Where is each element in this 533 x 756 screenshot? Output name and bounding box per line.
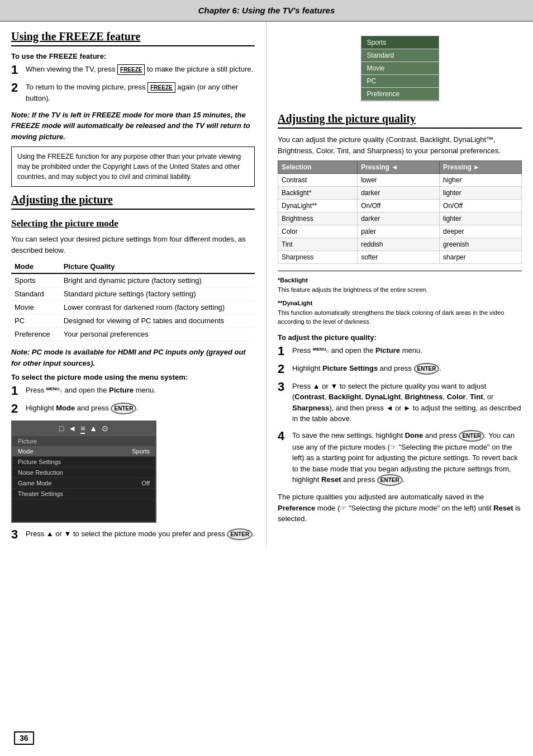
menu-key-adjust-1: MENU○ — [313, 346, 329, 356]
pc-mode-note: Note: PC mode is available for HDMI and … — [11, 347, 255, 368]
adjust-step-num-1: 1 — [278, 345, 289, 357]
freeze-info-box: Using the FREEZE function for any purpos… — [11, 147, 255, 187]
adjust-quality-heading: To adjust the picture quality: — [278, 333, 522, 342]
menu-empty-space — [12, 499, 155, 522]
adjust-step-3-content: Press ▲ or ▼ to select the picture quali… — [292, 381, 522, 424]
step3-content: Press ▲ or ▼ to select the picture mode … — [26, 528, 255, 540]
menu-step-num-2: 2 — [11, 403, 22, 415]
table-row: PC Designed for viewing of PC tables and… — [11, 314, 255, 328]
table-row: Movie Lower contrast for darkened room (… — [11, 301, 255, 314]
adjust-step-num-3: 3 — [278, 381, 289, 393]
footnote-backlight: *BacklightThis feature adjusts the brigh… — [278, 276, 522, 294]
enter-key-adjust-2: ENTER — [414, 363, 440, 375]
mode-option-standard: Standard — [361, 49, 439, 62]
menu-system-heading: To select the picture mode using the men… — [11, 373, 255, 381]
adjust-step-4-content: To save the new settings, highlight Done… — [292, 430, 522, 486]
menu-icon-picture: ≡ — [80, 424, 85, 434]
menu-row-picture-settings: Picture Settings — [12, 457, 155, 467]
enter-key-step3: ENTER — [227, 528, 253, 540]
table-row: Tint reddish greenish — [278, 238, 522, 251]
freeze-key-2: FREEZE — [147, 82, 175, 93]
left-column: Using the FREEZE feature To use the FREE… — [11, 22, 266, 546]
freeze-section-title: Using the FREEZE feature — [11, 30, 255, 46]
freeze-steps: 1 When viewing the TV, press FREEZE to m… — [11, 64, 255, 104]
table-row: DynaLight** On/Off On/Off — [278, 200, 522, 212]
adjust-step-4: 4 To save the new settings, highlight Do… — [278, 430, 522, 486]
table-row: Standard Standard picture settings (fact… — [11, 287, 255, 301]
table-row: Brightness darker lighter — [278, 212, 522, 225]
chapter-header: Chapter 6: Using the TV's features — [0, 0, 533, 22]
adjust-step-1: 1 Press MENU○ and open the Picture menu. — [278, 345, 522, 357]
mode-table-header-mode: Mode — [11, 260, 60, 273]
freeze-step-1: 1 When viewing the TV, press FREEZE to m… — [11, 64, 255, 76]
mode-dropdown: Sports Standard Movie PC Preference — [361, 36, 439, 101]
mode-table-body: Sports Bright and dynamic picture (facto… — [11, 273, 255, 341]
quality-table: Selection Pressing ◄ Pressing ► Contrast… — [278, 160, 522, 264]
mode-option-movie: Movie — [361, 62, 439, 75]
freeze-step-2: 2 To return to the moving picture, press… — [11, 82, 255, 104]
table-row: Preference Your personal preferences — [11, 328, 255, 341]
closing-text: The picture qualities you adjusted are a… — [278, 492, 522, 525]
menu-icon-setup: ⊙ — [102, 424, 108, 434]
adjusting-picture-section: Adjusting the picture Selecting the pict… — [11, 193, 255, 541]
select-mode-step3: 3 Press ▲ or ▼ to select the picture mod… — [11, 528, 255, 541]
step3-num: 3 — [11, 528, 22, 541]
mode-dropdown-container: Sports Standard Movie PC Preference — [278, 36, 522, 101]
freeze-section: Using the FREEZE feature To use the FREE… — [11, 30, 255, 187]
enter-key-adjust-4: ENTER — [459, 430, 484, 442]
adjust-step-1-content: Press MENU○ and open the Picture menu. — [292, 345, 522, 356]
adjust-step-2-content: Highlight Picture Settings and press ENT… — [292, 363, 522, 375]
table-row: Sharpness softer sharper — [278, 251, 522, 264]
mode-table: Mode Picture Quality Sports Bright and d… — [11, 260, 255, 341]
step-2-content: To return to the moving picture, press F… — [26, 82, 255, 104]
menu-label-picture: Picture — [12, 436, 155, 446]
menu-row-game-mode: Game Mode Off — [12, 478, 155, 489]
menu-icon-sound: ◄ — [68, 424, 76, 434]
adjust-step-3: 3 Press ▲ or ▼ to select the picture qua… — [278, 381, 522, 424]
menu-step-2-content: Highlight Mode and press ENTER. — [26, 403, 255, 414]
mode-option-sports: Sports — [361, 36, 439, 49]
menu-row-mode: Mode Sports — [12, 446, 155, 457]
quality-header-pressing-right: Pressing ► — [440, 161, 522, 174]
footnote-area: *BacklightThis feature adjusts the brigh… — [278, 271, 522, 327]
menu-key-1: MENU○ — [46, 386, 63, 395]
selecting-mode-intro: You can select your desired picture sett… — [11, 234, 255, 256]
menu-row-noise-reduction: Noise Reduction — [12, 467, 155, 478]
table-row: Backlight* darker lighter — [278, 187, 522, 200]
step-num-1: 1 — [11, 64, 22, 76]
chapter-title: Chapter 6: Using the TV's features — [198, 6, 335, 15]
mode-option-preference: Preference — [361, 88, 439, 101]
page-number: 36 — [14, 731, 34, 745]
menu-steps: 1 Press MENU○ and open the Picture menu.… — [11, 385, 255, 415]
enter-key-1: ENTER — [111, 403, 136, 414]
menu-icon-tv: □ — [59, 424, 64, 434]
selecting-mode-title: Selecting the picture mode — [11, 218, 255, 229]
step-1-content: When viewing the TV, press FREEZE to mak… — [26, 64, 255, 75]
table-row: Sports Bright and dynamic picture (facto… — [11, 273, 255, 287]
menu-step-1: 1 Press MENU○ and open the Picture menu. — [11, 385, 255, 397]
menu-top-bar: □ ◄ ≡ ▲ ⊙ — [12, 422, 155, 436]
step-num-2: 2 — [11, 82, 22, 94]
enter-key-adjust-4b: ENTER — [377, 474, 403, 486]
adjusting-quality-section: Adjusting the picture quality You can ad… — [278, 112, 522, 525]
table-row: Color paler deeper — [278, 225, 522, 238]
adjust-steps: 1 Press MENU○ and open the Picture menu.… — [278, 345, 522, 486]
adjusting-picture-title: Adjusting the picture — [11, 193, 255, 210]
table-row: Contrast lower higher — [278, 174, 522, 187]
freeze-note: Note: If the TV is left in FREEZE mode f… — [11, 110, 255, 143]
freeze-key-1: FREEZE — [117, 64, 145, 75]
selecting-mode-section: Selecting the picture mode You can selec… — [11, 218, 255, 541]
right-column: Sports Standard Movie PC Preference Adju… — [266, 22, 522, 546]
adjusting-quality-title: Adjusting the picture quality — [278, 112, 522, 129]
adjust-step-num-4: 4 — [278, 430, 289, 442]
freeze-subheading: To use the FREEZE feature: — [11, 52, 255, 60]
quality-header-pressing-left: Pressing ◄ — [358, 161, 440, 174]
menu-step-num-1: 1 — [11, 385, 22, 397]
adjust-step-num-2: 2 — [278, 363, 289, 375]
menu-step-1-content: Press MENU○ and open the Picture menu. — [26, 385, 255, 396]
quality-table-body: Contrast lower higher Backlight* darker … — [278, 174, 522, 264]
mode-option-pc: PC — [361, 75, 439, 88]
quality-header-selection: Selection — [278, 161, 358, 174]
menu-screenshot: □ ◄ ≡ ▲ ⊙ Picture Mode Sports Picture — [11, 420, 156, 523]
menu-icon-lock: ▲ — [89, 424, 97, 434]
